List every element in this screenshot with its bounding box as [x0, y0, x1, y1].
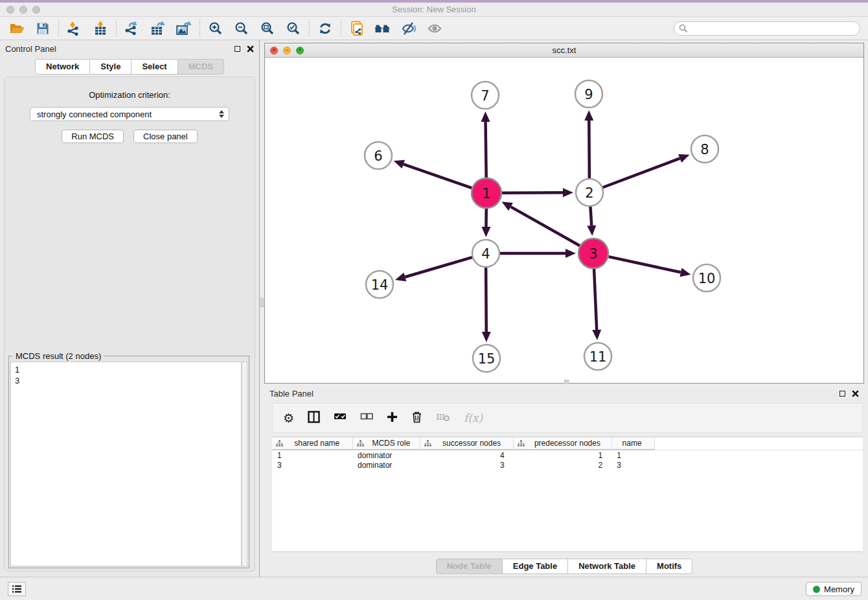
column-header-successor-nodes[interactable]: successor nodes: [420, 437, 513, 450]
main-titlebar: Session: New Session: [0, 3, 868, 17]
column-header-name[interactable]: name: [611, 437, 655, 450]
export-table-icon[interactable]: [145, 18, 171, 39]
control-panel-tabs: Network Style Select MCDS: [0, 59, 259, 75]
deselect-all-rows-icon[interactable]: [360, 412, 373, 424]
function-builder-icon[interactable]: f(x): [464, 411, 483, 424]
graph-node-label: 3: [589, 246, 597, 262]
export-image-icon[interactable]: [171, 18, 197, 39]
tab-motifs[interactable]: Motifs: [646, 559, 692, 574]
open-session-icon[interactable]: [4, 18, 30, 39]
graph-node-label: 10: [698, 271, 716, 286]
cell-successor-nodes[interactable]: 4: [420, 450, 513, 460]
cell-successor-nodes[interactable]: 3: [420, 460, 513, 470]
network-window-title: scc.txt: [265, 45, 863, 55]
optimization-criterion-label: Optimization criterion:: [5, 90, 255, 100]
graph-edge-3-10[interactable]: [608, 257, 680, 272]
graph-edge-4-15[interactable]: [486, 268, 486, 332]
column-header-shared-name[interactable]: shared name: [272, 437, 352, 450]
column-header-predecessor-nodes[interactable]: predecessor nodes: [514, 437, 611, 450]
memory-button[interactable]: Memory: [806, 582, 862, 596]
graph-edge-2-9[interactable]: [589, 121, 589, 178]
select-stepper-icon: [217, 109, 226, 119]
graph-edge-3-11[interactable]: [594, 269, 597, 330]
node-table[interactable]: shared nameMCDS rolesuccessor nodesprede…: [272, 437, 863, 552]
add-column-icon[interactable]: [387, 411, 398, 425]
show-all-icon[interactable]: [370, 18, 396, 39]
cell-name[interactable]: 3: [611, 460, 655, 470]
close-table-panel-icon[interactable]: [852, 390, 859, 397]
import-table-icon[interactable]: [87, 18, 113, 39]
apply-layout-icon[interactable]: [312, 18, 338, 39]
optimization-criterion-select[interactable]: strongly connected component: [30, 107, 229, 121]
select-all-rows-icon[interactable]: [334, 412, 347, 424]
graph-node-label: 6: [374, 148, 382, 164]
tab-select[interactable]: Select: [131, 59, 177, 75]
graph-edge-arrowhead: [481, 111, 490, 122]
zoom-out-icon[interactable]: [229, 18, 255, 39]
clone-network-icon[interactable]: [344, 18, 370, 39]
network-canvas[interactable]: 7968124314101511: [265, 58, 863, 383]
close-panel-button[interactable]: Close panel: [133, 130, 198, 143]
search-field[interactable]: [674, 21, 860, 36]
list-icon: [12, 584, 22, 594]
network-window-titlebar[interactable]: × – + scc.txt: [265, 43, 863, 58]
cell-predecessor-nodes[interactable]: 1: [514, 450, 611, 460]
tab-network[interactable]: Network: [35, 59, 90, 75]
float-panel-icon[interactable]: [234, 46, 240, 52]
graph-edge-2-8[interactable]: [603, 158, 680, 187]
table-panel-title: Table Panel: [269, 389, 314, 398]
graph-node-label: 2: [585, 185, 593, 201]
zoom-selected-icon[interactable]: [280, 18, 306, 39]
table-row[interactable]: 1dominator411: [272, 450, 863, 460]
save-session-icon[interactable]: [30, 18, 56, 39]
network-view-window: × – + scc.txt 7968124314101511: [264, 43, 864, 384]
tab-mcds[interactable]: MCDS: [178, 59, 224, 75]
graph-node-label: 11: [589, 349, 607, 365]
mcds-result-groupbox: MCDS result (2 nodes) 1 3: [8, 356, 249, 568]
mcds-result-scrollbar[interactable]: [242, 362, 247, 566]
show-columns-icon[interactable]: [308, 411, 320, 426]
cell-MCDS-role[interactable]: dominator: [352, 460, 420, 470]
tab-node-table[interactable]: Node Table: [436, 559, 503, 574]
import-network-icon[interactable]: [62, 18, 87, 39]
export-network-icon[interactable]: [119, 18, 145, 39]
cell-MCDS-role[interactable]: dominator: [352, 450, 420, 460]
zoom-fit-icon[interactable]: [255, 18, 280, 39]
column-header-MCDS-role[interactable]: MCDS role: [352, 437, 420, 450]
show-hidden-icon[interactable]: [422, 18, 448, 39]
cell-shared-name[interactable]: 3: [272, 460, 352, 470]
graph-edge-arrowhead: [565, 249, 576, 258]
search-icon: [679, 24, 688, 33]
graph-edge-2-3[interactable]: [590, 207, 591, 225]
delete-columns-icon[interactable]: [411, 411, 422, 426]
mcds-result-text[interactable]: 1 3: [10, 362, 242, 566]
hide-selected-icon[interactable]: [396, 18, 422, 39]
status-bar: Memory: [0, 577, 868, 600]
search-input[interactable]: [688, 23, 860, 34]
close-panel-icon[interactable]: [247, 45, 254, 52]
cell-shared-name[interactable]: 1: [272, 450, 352, 460]
cell-predecessor-nodes[interactable]: 2: [514, 460, 611, 470]
table-options-icon[interactable]: ⚙: [283, 412, 294, 424]
network-graph[interactable]: 7968124314101511: [265, 58, 863, 383]
tab-edge-table[interactable]: Edge Table: [503, 559, 568, 574]
optimization-criterion-value: strongly connected component: [37, 110, 152, 119]
graph-edge-1-2[interactable]: [502, 192, 563, 193]
graph-node-label: 7: [481, 88, 489, 104]
panel-splitter[interactable]: [260, 40, 264, 577]
table-panel: Table Panel ⚙ f(x): [264, 385, 864, 577]
zoom-in-icon[interactable]: [203, 18, 229, 39]
tab-network-table[interactable]: Network Table: [568, 559, 646, 574]
delete-table-icon[interactable]: [436, 412, 450, 424]
cell-name[interactable]: 1: [611, 450, 655, 460]
table-row[interactable]: 3dominator323: [272, 460, 863, 470]
graph-edge-3-1[interactable]: [510, 207, 580, 246]
float-table-panel-icon[interactable]: [839, 391, 845, 397]
run-mcds-button[interactable]: Run MCDS: [62, 130, 124, 143]
canvas-resize-handle[interactable]: [564, 380, 569, 384]
task-history-button[interactable]: [8, 582, 26, 596]
graph-edge-1-6[interactable]: [404, 164, 472, 188]
tab-style[interactable]: Style: [90, 59, 131, 75]
graph-edge-1-7[interactable]: [486, 122, 486, 178]
graph-edge-4-14[interactable]: [405, 257, 472, 277]
